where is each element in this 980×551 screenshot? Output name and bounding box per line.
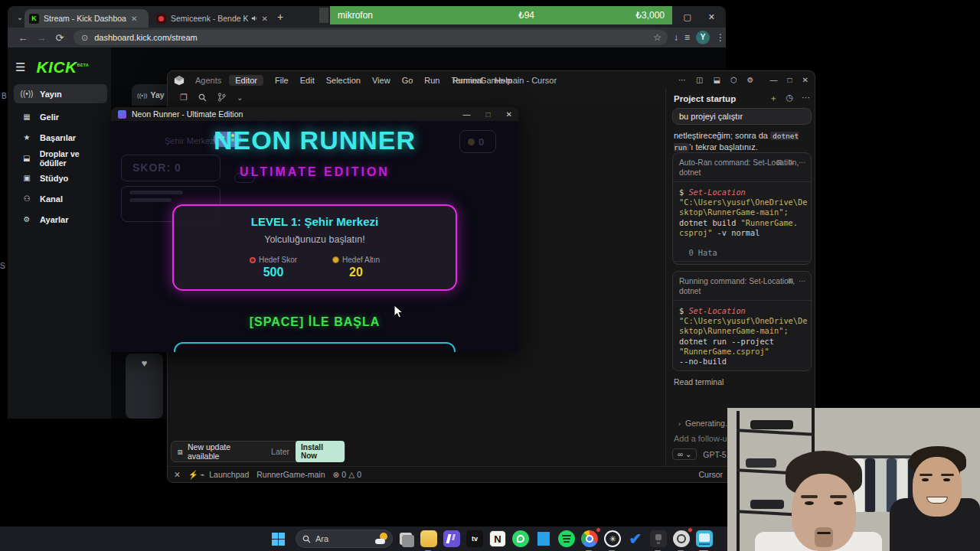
hamburger-menu-icon[interactable]: ☰: [15, 60, 25, 74]
sidebar-item-ayarlar[interactable]: ⚙ Ayarlar: [14, 210, 107, 229]
apple-tv-button[interactable]: tv: [465, 529, 485, 549]
sidebar-item-gelir[interactable]: ▦ Gelir: [14, 107, 107, 126]
remote-icon[interactable]: ✕: [174, 470, 181, 479]
sidebar-item-kanal[interactable]: ⚇ Kanal: [14, 189, 107, 208]
spotify-button[interactable]: [557, 529, 577, 549]
game-window: Neon Runner - Ultimate Edition — □ ✕ Şeh…: [111, 107, 518, 352]
game-window-title: Neon Runner - Ultimate Edition: [132, 109, 243, 119]
purple-app-button[interactable]: [442, 529, 462, 549]
browser-close-button[interactable]: ✕: [708, 12, 715, 22]
address-bar[interactable]: ⊙ dashboard.kick.com/stream ☆: [74, 30, 668, 45]
tab-audio-icon[interactable]: [251, 15, 257, 22]
menu-view[interactable]: View: [372, 76, 390, 85]
branch-name[interactable]: RunnerGame-main: [256, 470, 325, 479]
cursor-minimize-button[interactable]: —: [770, 76, 778, 84]
weather-icon[interactable]: [375, 532, 389, 546]
camera-app-button[interactable]: [648, 529, 668, 549]
more-icon[interactable]: ⋯: [678, 76, 686, 84]
menu-editor[interactable]: Editor: [229, 75, 263, 86]
followup-input[interactable]: Add a follow-up: [674, 434, 732, 443]
drag-handle[interactable]: [319, 8, 328, 23]
warning-icon: △: [348, 470, 354, 479]
layout-panel-icon[interactable]: ⬓: [713, 76, 720, 84]
panel-more-icon[interactable]: ⋯: [802, 93, 810, 104]
later-button[interactable]: Later: [271, 447, 289, 456]
context-toggle[interactable]: ∞ ⌄: [672, 448, 697, 460]
menu-agents[interactable]: Agents: [195, 76, 221, 85]
desktop-edge-letter: S: [0, 262, 5, 270]
tab-close-icon[interactable]: ✕: [262, 15, 268, 23]
open-terminal-icon[interactable]: ⊞: [776, 158, 782, 168]
sidebar-item-yayin[interactable]: ((•)) Yayın: [14, 84, 107, 103]
sidebar-item-studyo[interactable]: ▣ Stüdyo: [14, 168, 107, 187]
file-explorer-button[interactable]: [419, 529, 439, 549]
game-maximize-button[interactable]: □: [486, 110, 491, 119]
scroll-icon[interactable]: ⇅: [787, 158, 793, 168]
browser-maximize-button[interactable]: ▢: [683, 12, 691, 22]
menu-selection[interactable]: Selection: [326, 76, 361, 85]
new-chat-icon[interactable]: ＋: [769, 93, 777, 104]
sidebar-item-droplar[interactable]: ⬓ Droplar ve ödüller: [14, 148, 107, 168]
notion-button[interactable]: N: [488, 529, 508, 549]
task-view-button[interactable]: [396, 529, 416, 549]
obs-app-button[interactable]: [671, 529, 691, 549]
bookmark-star-icon[interactable]: ☆: [653, 32, 662, 43]
whatsapp-button[interactable]: [511, 529, 531, 549]
card-more-icon[interactable]: ⋯: [799, 276, 805, 286]
menu-file[interactable]: File: [275, 76, 289, 85]
search-icon[interactable]: [198, 93, 207, 102]
browser-menu-icon[interactable]: ⋮: [716, 32, 725, 43]
terminal-output: $ Set-Location "C:\Users\yusuf\OneDrive\…: [673, 301, 811, 370]
sidebar-item-basarilar[interactable]: ★ Başarılar: [14, 128, 107, 147]
read-terminal-label[interactable]: Read terminal: [674, 377, 724, 386]
game-close-button[interactable]: ✕: [506, 110, 512, 119]
menu-edit[interactable]: Edit: [300, 76, 315, 85]
url-text[interactable]: dashboard.kick.com/stream: [94, 33, 198, 42]
tab-title: Semiceenk - Bende Katilimi: [171, 14, 248, 23]
cursor-tab-status[interactable]: Cursor: [698, 470, 723, 479]
new-tab-button[interactable]: +: [277, 11, 283, 23]
active-app-button[interactable]: [694, 529, 714, 549]
chevron-down-icon[interactable]: ⌄: [237, 93, 243, 102]
taskbar-search[interactable]: Ara: [296, 530, 393, 548]
blue-check-app-button[interactable]: ✔: [626, 529, 645, 549]
chatgpt-button[interactable]: ✳: [603, 529, 622, 549]
forward-button[interactable]: →: [32, 32, 51, 44]
downloads-icon[interactable]: ↓: [674, 32, 678, 43]
tab-kick-dashboard[interactable]: K Stream - Kick Dashboard ✕: [24, 9, 149, 28]
launchpad-label[interactable]: Launchpad: [209, 470, 249, 480]
open-terminal-icon[interactable]: ⊞: [787, 276, 793, 286]
tab-close-icon[interactable]: ✕: [131, 15, 137, 23]
generating-status[interactable]: ›Generating...: [678, 419, 732, 428]
clipboard-icon[interactable]: ❐: [180, 93, 188, 103]
settings-gear-icon[interactable]: ⚙: [747, 76, 754, 84]
game-minimize-button[interactable]: —: [463, 110, 471, 119]
kick-logo[interactable]: KICKBETA: [36, 58, 89, 77]
cursor-close-button[interactable]: ✕: [802, 76, 808, 84]
profile-avatar[interactable]: Y: [696, 31, 710, 44]
problems-indicator[interactable]: ⊗ 0 △ 0: [333, 470, 362, 479]
vscode-button[interactable]: [534, 529, 554, 549]
history-icon[interactable]: ◷: [786, 93, 793, 104]
menu-go[interactable]: Go: [402, 76, 413, 85]
bolt-icon[interactable]: ⚡: [188, 470, 198, 480]
back-button[interactable]: ←: [14, 32, 32, 44]
terminal-output: $ Set-Location "C:\Users\yusuf\OneDrive\…: [673, 182, 811, 261]
layout-sidebar-icon[interactable]: ◫: [696, 76, 703, 84]
tab-semiceenk[interactable]: Semiceenk - Bende Katilimi ✕: [152, 9, 273, 28]
heart-icon[interactable]: ♥: [126, 354, 163, 373]
chrome-button[interactable]: [580, 529, 599, 549]
cube-icon[interactable]: ⬡: [730, 76, 737, 84]
cursor-maximize-button[interactable]: □: [788, 76, 792, 84]
site-settings-icon[interactable]: ⊙: [81, 33, 88, 43]
card-more-icon[interactable]: ⋯: [799, 158, 805, 168]
git-branch-icon[interactable]: [217, 93, 226, 102]
kick-page-tab-yayin[interactable]: ((•)) Yay: [132, 84, 172, 106]
reload-button[interactable]: ⟳: [51, 32, 69, 44]
gear-icon: ⚙: [20, 215, 34, 223]
install-now-button[interactable]: Install Now: [296, 441, 345, 462]
reading-list-icon[interactable]: ≡: [684, 32, 690, 43]
donation-overlay-bar[interactable]: mikrofon ₺94 ₺3,000: [319, 6, 672, 24]
start-button[interactable]: [268, 529, 288, 549]
person-right-face: [913, 457, 962, 517]
